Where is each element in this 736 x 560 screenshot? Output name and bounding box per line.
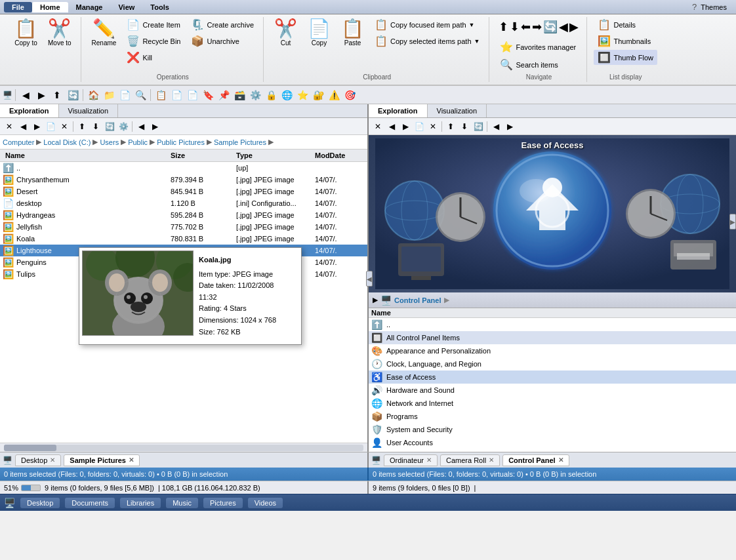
right-tb-btn-1[interactable]: ✕ xyxy=(371,120,384,133)
toolbar-btn-7[interactable]: ⚙️ xyxy=(248,88,262,102)
right-tb-btn-7[interactable]: ⬇ xyxy=(458,120,471,133)
tab-tools[interactable]: Tools xyxy=(142,2,177,12)
toolbar-btn-refresh[interactable]: 🔄 xyxy=(66,88,80,102)
themes-label[interactable]: Themes xyxy=(701,3,727,11)
right-tb-btn-5[interactable]: ✕ xyxy=(426,120,440,133)
nav-up-icon[interactable]: ⬆ xyxy=(499,20,508,34)
file-row-desert[interactable]: 🖼️Desert 845.941 B [.jpg] JPEG image 14/… xyxy=(0,186,367,197)
left-tb-btn-9[interactable]: ⚙️ xyxy=(117,120,130,133)
cp-row-programs[interactable]: 📦 Programs xyxy=(369,410,736,423)
recycle-bin-button[interactable]: 🗑️ Recycle Bin xyxy=(123,33,184,49)
cp-row-system[interactable]: 🛡️ System and Security xyxy=(369,423,736,436)
cp-row-ease-of-access[interactable]: ♿ Ease of Access xyxy=(369,370,736,384)
toolbar-btn-4[interactable]: 🔖 xyxy=(201,88,215,102)
right-tab-visualization[interactable]: Visualization xyxy=(428,104,487,117)
toolbar-btn-2[interactable]: 📄 xyxy=(169,88,184,102)
copy-selected-button[interactable]: 📋 Copy selected items path ▼ xyxy=(371,33,483,49)
col-date[interactable]: ModDate xyxy=(312,151,365,160)
move-to-button[interactable]: ✂️ Move to xyxy=(44,17,75,50)
right-tb-btn-10[interactable]: ▶ xyxy=(503,120,516,133)
nav-right-icon[interactable]: ➡ xyxy=(532,20,542,34)
cp-row-clock[interactable]: 🕐 Clock, Language, and Region xyxy=(369,357,736,370)
right-bottom-tab-camera[interactable]: Camera Roll ✕ xyxy=(440,454,500,466)
col-name[interactable]: Name xyxy=(3,151,168,160)
thumb-flow-button[interactable]: 🔲 Thumb Flow xyxy=(594,50,657,65)
nav-refresh-icon[interactable]: 🔄 xyxy=(543,20,558,34)
favorites-button[interactable]: ⭐ Favorites manager xyxy=(496,39,580,54)
nav-back-icon[interactable]: ◀ xyxy=(559,20,568,34)
left-tb-btn-1[interactable]: ✕ xyxy=(3,120,16,133)
cp-col-name[interactable]: Name xyxy=(371,309,602,317)
copy-button[interactable]: 📄 Copy xyxy=(304,17,335,50)
file-row-hydrangeas[interactable]: 🖼️Hydrangeas 595.284 B [.jpg] JPEG image… xyxy=(0,209,367,221)
taskbar-item-pictures[interactable]: Pictures xyxy=(203,498,243,508)
samples-tab-close[interactable]: ✕ xyxy=(129,456,134,464)
tab-file[interactable]: File xyxy=(4,2,32,12)
cp-row-appearance[interactable]: 🎨 Appearance and Personalization xyxy=(369,344,736,357)
toolbar-btn-13[interactable]: 🎯 xyxy=(342,88,357,102)
tab-home[interactable]: Home xyxy=(32,2,68,12)
search-items-button[interactable]: 🔍 Search items xyxy=(496,57,562,72)
right-tb-btn-9[interactable]: ◀ xyxy=(489,120,502,133)
toolbar-btn-back[interactable]: ◀ xyxy=(18,88,33,102)
left-bottom-tab-desktop[interactable]: Desktop ✕ xyxy=(15,454,61,466)
cp-row-all-items[interactable]: 🔲 All Control Panel Items xyxy=(369,331,736,344)
right-bottom-tab-ordinateur[interactable]: Ordinateur ✕ xyxy=(384,454,438,466)
col-size[interactable]: Size xyxy=(168,151,234,160)
col-type[interactable]: Type xyxy=(234,151,312,160)
create-item-button[interactable]: 📄 Create Item xyxy=(123,17,184,32)
taskbar-item-music[interactable]: Music xyxy=(166,498,198,508)
taskbar-item-desktop[interactable]: Desktop xyxy=(20,498,60,508)
left-tb-btn-8[interactable]: 🔄 xyxy=(103,120,116,133)
file-row-jellyfish[interactable]: 🖼️Jellyfish 775.702 B [.jpg] JPEG image … xyxy=(0,221,367,233)
left-tab-exploration[interactable]: Exploration xyxy=(0,104,59,117)
left-tb-btn-3[interactable]: ▶ xyxy=(30,120,43,133)
file-row-koala[interactable]: 🖼️Koala 780.831 B [.jpg] JPEG image 14/0… xyxy=(0,233,367,245)
taskbar-item-libraries[interactable]: Libraries xyxy=(120,498,161,508)
cp-breadcrumb-item[interactable]: Control Panel xyxy=(394,296,441,304)
nav-down-icon[interactable]: ⬇ xyxy=(510,20,520,34)
tab-manage[interactable]: Manage xyxy=(68,2,111,12)
right-tb-btn-8[interactable]: 🔄 xyxy=(472,120,485,133)
left-tb-btn-2[interactable]: ◀ xyxy=(16,120,30,133)
left-tb-btn-4[interactable]: 📄 xyxy=(44,120,57,133)
cp-row-network[interactable]: 🌐 Network and Internet xyxy=(369,397,736,410)
toolbar-btn-12[interactable]: ⚠️ xyxy=(327,88,341,102)
help-icon[interactable]: ? xyxy=(692,2,697,12)
right-bottom-tab-controlpanel[interactable]: Control Panel ✕ xyxy=(502,454,569,466)
right-tb-btn-3[interactable]: ▶ xyxy=(399,120,412,133)
right-resize-handle[interactable]: ▶ xyxy=(729,214,736,230)
left-tb-btn-7[interactable]: ⬇ xyxy=(89,120,102,133)
toolbar-btn-home[interactable]: 🏠 xyxy=(86,88,100,102)
toolbar-btn-9[interactable]: 🌐 xyxy=(279,88,294,102)
nav-left-icon[interactable]: ⬅ xyxy=(521,20,531,34)
tab-view[interactable]: View xyxy=(110,2,142,12)
copy-to-button[interactable]: 📋 Copy to xyxy=(10,17,41,50)
nav-forward-icon[interactable]: ▶ xyxy=(569,20,579,34)
toolbar-btn-search[interactable]: 🔍 xyxy=(133,88,148,102)
toolbar-btn-1[interactable]: 📋 xyxy=(153,88,168,102)
taskbar-item-videos[interactable]: Videos xyxy=(248,498,283,508)
toolbar-btn-forward[interactable]: ▶ xyxy=(34,88,49,102)
left-tb-btn-5[interactable]: ✕ xyxy=(58,120,71,133)
create-archive-button[interactable]: 🗜️ Create archive xyxy=(187,17,258,32)
left-tb-btn-6[interactable]: ⬆ xyxy=(75,120,89,133)
left-tb-btn-11[interactable]: ▶ xyxy=(148,120,161,133)
cp-row-hardware[interactable]: 🔊 Hardware and Sound xyxy=(369,384,736,397)
paste-button[interactable]: 📋 Paste xyxy=(337,17,368,50)
left-tb-btn-10[interactable]: ◀ xyxy=(134,120,148,133)
left-tab-visualization[interactable]: Visualization xyxy=(59,104,119,117)
cut-button[interactable]: ✂️ Cut xyxy=(270,17,301,50)
rename-button[interactable]: ✏️ Rename xyxy=(88,17,121,50)
control-panel-expand[interactable]: ▶ xyxy=(373,296,378,304)
breadcrumb-publicpictures[interactable]: Public Pictures xyxy=(157,138,205,146)
copy-focused-button[interactable]: 📋 Copy focused item path ▼ xyxy=(371,17,483,32)
toolbar-btn-folder[interactable]: 📁 xyxy=(102,88,116,102)
breadcrumb-samplepictures[interactable]: Sample Pictures xyxy=(214,138,266,146)
ordinateur-tab-close[interactable]: ✕ xyxy=(426,456,432,464)
desktop-tab-close[interactable]: ✕ xyxy=(50,456,55,464)
toolbar-btn-3[interactable]: 📄 xyxy=(185,88,199,102)
toolbar-btn-file[interactable]: 📄 xyxy=(117,88,132,102)
left-resize-handle[interactable]: ◀ xyxy=(366,271,373,287)
toolbar-btn-11[interactable]: 🔐 xyxy=(311,88,325,102)
